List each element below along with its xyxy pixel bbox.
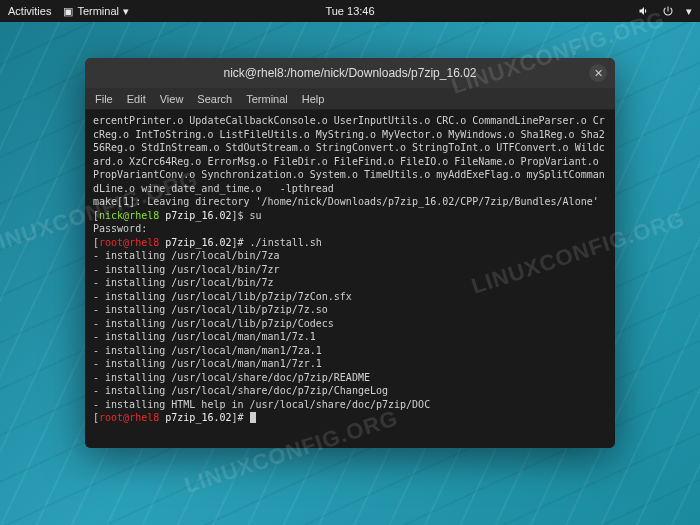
app-menu[interactable]: ▣ Terminal ▾ [63,5,129,18]
close-button[interactable]: ✕ [589,64,607,82]
power-icon[interactable] [662,5,674,17]
menu-bar: File Edit View Search Terminal Help [85,88,615,110]
install-line: - installing /usr/local/man/man1/7zr.1 [93,358,322,369]
su-command: su [250,210,262,221]
install-line: - installing /usr/local/man/man1/7za.1 [93,345,322,356]
compile-output: ercentPrinter.o UpdateCallbackConsole.o … [93,115,605,194]
password-prompt: Password: [93,223,147,234]
clock[interactable]: Tue 13:46 [325,5,374,17]
install-line: - installing /usr/local/lib/p7zip/Codecs [93,318,334,329]
install-line: - installing /usr/local/bin/7zr [93,264,280,275]
install-line: - installing /usr/local/lib/p7zip/7z.so [93,304,328,315]
terminal-icon: ▣ [63,5,73,18]
root-prompt-user: root@rhel8 [99,237,159,248]
root-prompt-user: root@rhel8 [99,412,159,423]
gnome-top-bar: Activities ▣ Terminal ▾ Tue 13:46 ▾ [0,0,700,22]
chevron-down-icon[interactable]: ▾ [686,5,692,18]
menu-view[interactable]: View [160,93,184,105]
install-line: - installing /usr/local/bin/7z [93,277,274,288]
menu-search[interactable]: Search [197,93,232,105]
install-line: - installing /usr/local/lib/p7zip/7zCon.… [93,291,352,302]
make-leave-line: make[1]: Leaving directory '/home/nick/D… [93,196,599,207]
root-prompt-path: p7zip_16.02 [165,237,231,248]
cursor [250,412,256,423]
install-line: - installing HTML help in /usr/local/sha… [93,399,430,410]
window-title-bar[interactable]: nick@rhel8:/home/nick/Downloads/p7zip_16… [85,58,615,88]
close-icon: ✕ [594,67,603,80]
volume-icon[interactable] [638,5,650,17]
app-menu-label: Terminal [77,5,119,17]
menu-terminal[interactable]: Terminal [246,93,288,105]
terminal-window: nick@rhel8:/home/nick/Downloads/p7zip_16… [85,58,615,448]
prompt-user: nick@rhel8 [99,210,159,221]
prompt-path: p7zip_16.02 [165,210,231,221]
activities-button[interactable]: Activities [8,5,51,17]
menu-edit[interactable]: Edit [127,93,146,105]
install-command: ./install.sh [250,237,322,248]
install-line: - installing /usr/local/bin/7za [93,250,280,261]
install-line: - installing /usr/local/share/doc/p7zip/… [93,385,388,396]
install-line: - installing /usr/local/man/man1/7z.1 [93,331,316,342]
menu-help[interactable]: Help [302,93,325,105]
chevron-down-icon: ▾ [123,5,129,18]
window-title: nick@rhel8:/home/nick/Downloads/p7zip_16… [224,66,477,80]
terminal-output[interactable]: ercentPrinter.o UpdateCallbackConsole.o … [85,110,615,448]
root-prompt-path: p7zip_16.02 [165,412,231,423]
menu-file[interactable]: File [95,93,113,105]
install-line: - installing /usr/local/share/doc/p7zip/… [93,372,370,383]
